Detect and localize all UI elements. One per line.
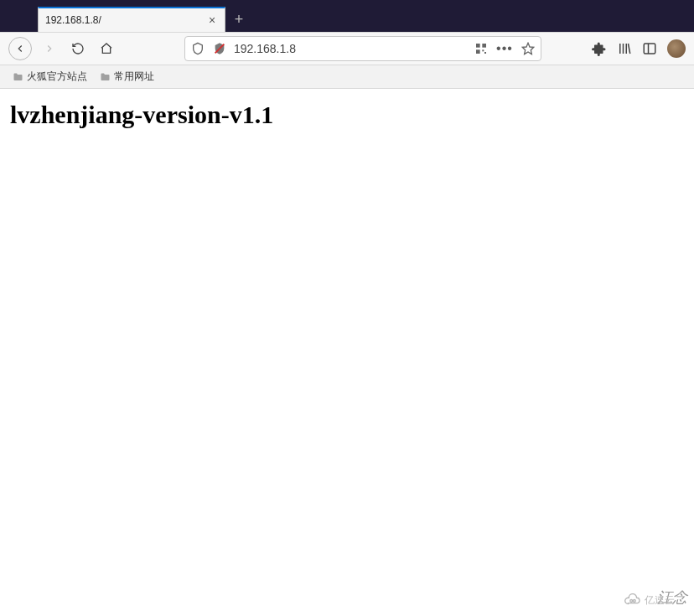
svg-rect-11	[644, 44, 655, 54]
svg-rect-5	[484, 52, 486, 54]
svg-line-10	[629, 44, 630, 54]
svg-point-13	[630, 600, 633, 603]
close-icon[interactable]: ×	[206, 14, 218, 26]
bookmark-label: 火狐官方站点	[27, 70, 87, 84]
nav-toolbar: •••	[0, 32, 694, 65]
watermark-logo: 亿速云	[624, 589, 689, 611]
shield-icon[interactable]	[190, 41, 205, 56]
back-icon	[14, 43, 26, 54]
qr-icon[interactable]	[474, 41, 489, 56]
back-button[interactable]	[8, 37, 32, 60]
star-icon[interactable]	[520, 41, 536, 56]
forward-icon	[44, 43, 55, 54]
svg-rect-3	[476, 49, 480, 54]
folder-icon	[12, 72, 23, 82]
new-tab-button[interactable]: +	[225, 7, 252, 32]
folder-icon	[99, 72, 111, 82]
bookmarks-bar: 火狐官方站点 常用网址	[0, 65, 694, 89]
reload-icon	[71, 42, 85, 55]
extensions-icon[interactable]	[592, 41, 607, 56]
bookmark-label: 常用网址	[114, 70, 154, 84]
plus-icon: +	[235, 11, 244, 28]
home-button[interactable]	[96, 38, 117, 60]
address-bar[interactable]: •••	[184, 36, 541, 61]
blocked-icon[interactable]	[212, 41, 227, 56]
home-icon	[100, 42, 113, 55]
browser-tab[interactable]: 192.168.1.8/ ×	[38, 7, 225, 32]
svg-rect-4	[482, 49, 484, 51]
svg-rect-2	[482, 44, 486, 48]
svg-point-14	[633, 600, 635, 603]
sidebar-icon[interactable]	[642, 41, 657, 56]
tab-title: 192.168.1.8/	[45, 14, 206, 26]
svg-marker-6	[522, 43, 533, 54]
reload-button[interactable]	[67, 38, 89, 60]
avatar-icon[interactable]	[667, 39, 686, 58]
library-icon[interactable]	[617, 41, 632, 56]
tab-bar: 192.168.1.8/ × +	[0, 0, 694, 32]
bookmark-item-firefox-official[interactable]: 火狐官方站点	[12, 70, 87, 84]
page-content: lvzhenjiang-version-v1.1 江念 亿速云	[0, 89, 694, 616]
bookmark-item-common-sites[interactable]: 常用网址	[99, 70, 154, 84]
watermark-logo-text: 亿速云	[645, 593, 675, 608]
url-input[interactable]	[234, 42, 467, 55]
svg-rect-1	[476, 44, 480, 48]
more-menu-icon[interactable]: •••	[497, 41, 512, 56]
cloud-icon	[624, 593, 642, 607]
forward-button	[39, 38, 60, 60]
page-heading: lvzhenjiang-version-v1.1	[10, 101, 684, 129]
nav-left-controls	[8, 37, 117, 60]
address-right-controls: •••	[474, 41, 536, 56]
nav-right-controls	[592, 39, 686, 58]
